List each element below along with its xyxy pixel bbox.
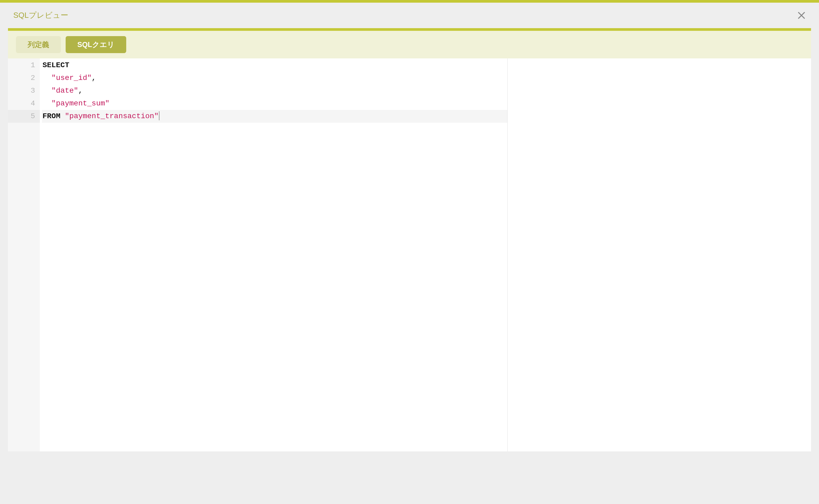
top-accent-bar (0, 0, 819, 3)
tab-bar: 列定義 SQLクエリ (8, 31, 811, 58)
editor-right-pane (508, 58, 811, 451)
code-line[interactable]: "date", (42, 84, 507, 97)
editor-container: 12345 SELECT "user_id", "date", "payment… (8, 58, 811, 451)
code-token (43, 99, 52, 108)
page-title: SQLプレビュー (13, 10, 68, 21)
code-line[interactable]: "payment_sum" (42, 97, 507, 110)
editor-gutter: 12345 (8, 58, 40, 451)
line-number: 4 (8, 97, 35, 110)
code-token: , (78, 87, 83, 95)
code-line[interactable]: SELECT (42, 59, 507, 72)
code-token (43, 74, 52, 82)
line-number: 3 (8, 84, 35, 97)
tab-sql-query[interactable]: SQLクエリ (66, 36, 126, 53)
code-token (43, 87, 52, 95)
line-number: 5 (8, 110, 40, 123)
code-line[interactable]: FROM "payment_transaction" (42, 110, 507, 123)
code-token: , (92, 74, 96, 82)
code-token: "payment_sum" (52, 99, 109, 108)
code-token (60, 112, 65, 120)
header: SQLプレビュー (0, 3, 819, 28)
text-cursor (159, 111, 159, 120)
tab-column-definition[interactable]: 列定義 (16, 36, 61, 53)
line-number: 2 (8, 72, 35, 84)
editor-left-pane: 12345 SELECT "user_id", "date", "payment… (8, 58, 508, 451)
main-panel: 列定義 SQLクエリ 12345 SELECT "user_id", "date… (8, 28, 811, 451)
code-line[interactable]: "user_id", (42, 72, 507, 84)
code-token: "user_id" (52, 74, 92, 82)
code-token: "date" (52, 87, 78, 95)
close-icon (797, 11, 806, 20)
line-number: 1 (8, 59, 35, 72)
code-token: "payment_transaction" (65, 112, 159, 120)
code-token: SELECT (43, 61, 69, 69)
close-button[interactable] (797, 11, 806, 20)
code-token: FROM (43, 112, 60, 120)
sql-editor[interactable]: SELECT "user_id", "date", "payment_sum"F… (40, 58, 507, 451)
